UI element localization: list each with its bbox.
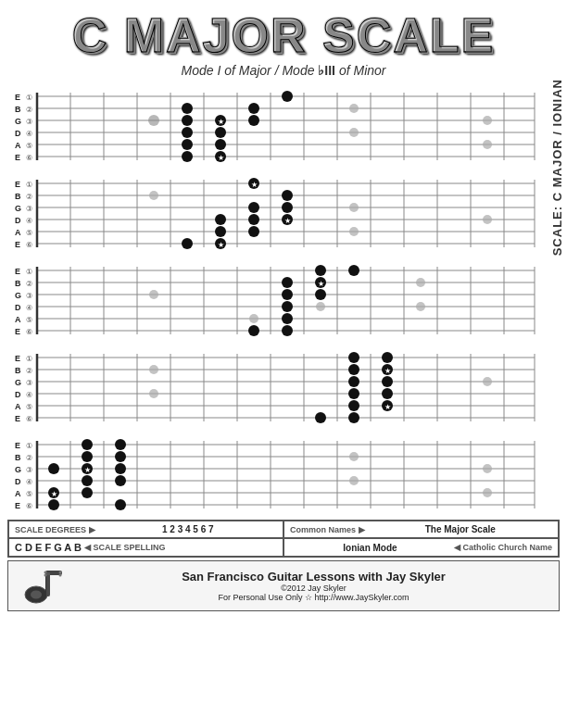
- svg-text:⑤: ⑤: [26, 142, 32, 150]
- svg-text:A: A: [15, 315, 21, 324]
- svg-text:④: ④: [26, 130, 32, 138]
- svg-text:★: ★: [284, 217, 291, 225]
- svg-text:E: E: [15, 441, 20, 450]
- svg-text:B: B: [15, 453, 21, 462]
- svg-text:①: ①: [26, 442, 32, 450]
- svg-point-263: [59, 571, 62, 574]
- svg-point-41: [248, 115, 259, 126]
- svg-point-264: [59, 574, 62, 577]
- svg-text:★: ★: [384, 367, 391, 375]
- svg-text:⑤: ⑤: [26, 490, 32, 498]
- svg-text:D: D: [15, 216, 21, 225]
- church-name-label: ◀ Catholic Church Name: [454, 543, 552, 552]
- svg-text:G: G: [15, 291, 21, 300]
- svg-point-146: [282, 301, 293, 312]
- svg-point-240: [82, 439, 93, 450]
- svg-point-93: [248, 214, 259, 225]
- fretboard-5: E B G D A E ① ② ③ ④ ⑤ ⑥: [11, 432, 537, 517]
- svg-point-198: [348, 400, 359, 411]
- svg-text:①: ①: [26, 268, 32, 276]
- svg-text:⑤: ⑤: [26, 229, 32, 237]
- scale-spelling-notes: C D E F G A B: [15, 542, 82, 553]
- svg-text:E: E: [15, 327, 20, 336]
- svg-point-90: [248, 202, 259, 213]
- svg-text:E: E: [15, 354, 20, 363]
- svg-point-46: [182, 151, 193, 162]
- svg-point-152: [149, 290, 158, 299]
- svg-text:G: G: [15, 378, 21, 387]
- svg-text:②: ②: [26, 280, 32, 288]
- svg-point-44: [182, 139, 193, 150]
- fretboard-1: E B G D A E ① ② ③ ④ ⑤ ⑥: [11, 83, 537, 169]
- scale-degrees-value: 1 2 3 4 5 6 7: [99, 524, 277, 534]
- svg-point-36: [248, 103, 259, 114]
- svg-text:④: ④: [26, 391, 32, 399]
- svg-text:G: G: [15, 465, 21, 474]
- svg-text:②: ②: [26, 367, 32, 375]
- svg-point-190: [382, 352, 393, 363]
- svg-text:D: D: [15, 390, 21, 399]
- page-title: C MAJOR SCALE: [72, 7, 495, 63]
- common-names-cell: Common Names ▶ The Major Scale: [284, 521, 559, 538]
- svg-text:④: ④: [26, 304, 32, 312]
- svg-point-265: [44, 571, 47, 574]
- svg-point-96: [215, 226, 226, 237]
- svg-point-101: [149, 191, 158, 200]
- svg-text:G: G: [15, 117, 21, 126]
- svg-text:★: ★: [218, 154, 224, 162]
- footer-personal: For Personal Use Only ☆ http://www.JaySk…: [78, 593, 549, 602]
- guitar-icon: [18, 565, 69, 607]
- svg-point-254: [115, 499, 126, 510]
- svg-point-34: [282, 91, 293, 102]
- svg-point-257: [483, 464, 492, 473]
- diagrams-area: E B G D A E ① ② ③ ④ ⑤ ⑥: [0, 83, 567, 517]
- svg-point-204: [149, 389, 158, 398]
- svg-text:D: D: [15, 303, 21, 312]
- svg-text:B: B: [15, 366, 21, 375]
- svg-point-38: [182, 115, 193, 126]
- svg-point-247: [115, 463, 126, 474]
- svg-point-151: [282, 325, 293, 336]
- svg-text:③: ③: [26, 379, 32, 387]
- svg-text:★: ★: [218, 118, 224, 126]
- svg-point-140: [348, 265, 359, 276]
- svg-point-89: [282, 190, 293, 201]
- footer-title: San Francisco Guitar Lessons with Jay Sk…: [78, 570, 549, 584]
- svg-point-98: [182, 238, 193, 249]
- footer-copyright: ©2012 Jay Skyler: [78, 584, 549, 593]
- svg-text:E: E: [15, 267, 20, 276]
- svg-point-51: [483, 116, 492, 125]
- svg-point-255: [349, 452, 359, 461]
- svg-text:D: D: [15, 129, 21, 138]
- subtitle: Mode I of Major / Mode ♭III of Minor: [0, 63, 567, 78]
- svg-text:④: ④: [26, 217, 32, 225]
- scale-spelling-cell: C D E F G A B ◀ SCALE SPELLING: [8, 538, 284, 557]
- church-name-cell: Ionian Mode ◀ Catholic Church Name: [284, 538, 559, 557]
- scale-spelling-label: ◀ SCALE SPELLING: [84, 543, 166, 552]
- svg-point-202: [348, 412, 359, 423]
- svg-point-37: [148, 115, 159, 126]
- svg-text:D: D: [15, 477, 21, 486]
- svg-point-253: [48, 499, 59, 510]
- fretboard-2: E B G D A E ① ② ③ ④ ⑤ ⑥ ★: [11, 170, 537, 256]
- svg-text:⑥: ⑥: [26, 328, 32, 336]
- footer: San Francisco Guitar Lessons with Jay Sk…: [7, 560, 560, 611]
- svg-point-241: [115, 439, 126, 450]
- svg-text:①: ①: [26, 181, 32, 189]
- svg-point-43: [215, 127, 226, 138]
- svg-point-251: [82, 487, 93, 498]
- svg-text:E: E: [15, 240, 20, 249]
- svg-point-258: [483, 488, 492, 497]
- svg-point-256: [349, 476, 359, 485]
- side-label: SCALE: C MAJOR / IONIAN: [550, 79, 565, 256]
- svg-text:③: ③: [26, 466, 32, 474]
- svg-point-244: [48, 463, 59, 474]
- svg-point-197: [382, 388, 393, 399]
- svg-text:★: ★: [51, 490, 57, 498]
- svg-point-242: [82, 451, 93, 462]
- svg-point-102: [349, 203, 359, 212]
- svg-text:②: ②: [26, 193, 32, 201]
- svg-text:A: A: [15, 141, 21, 150]
- svg-point-144: [282, 289, 293, 300]
- svg-point-42: [182, 127, 193, 138]
